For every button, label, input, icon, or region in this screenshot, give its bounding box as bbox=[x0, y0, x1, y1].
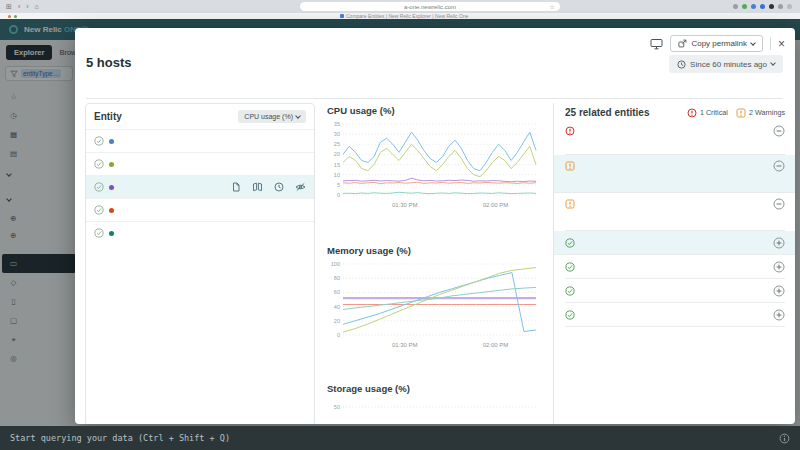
url-bar[interactable]: a-one.newrelic.com ☆ bbox=[300, 2, 560, 11]
related-entities-panel: 25 related entities 1 Critical 2 Warning… bbox=[553, 103, 795, 424]
close-icon[interactable]: × bbox=[778, 39, 785, 49]
check-circle-icon bbox=[94, 182, 104, 192]
series-color-dot bbox=[109, 139, 114, 144]
hosts-detail-modal: Copy permalink × 5 hosts Since 60 minute… bbox=[75, 28, 795, 424]
metric-cell bbox=[565, 214, 647, 215]
entity-row[interactable] bbox=[86, 175, 314, 198]
cpu-usage-chart: CPU usage (%) 0510152025303501:30 PM02:0… bbox=[327, 103, 539, 217]
svg-text:01:30 PM: 01:30 PM bbox=[392, 342, 418, 348]
entity-row[interactable] bbox=[86, 198, 314, 221]
entity-list-panel: Entity CPU usage (%) bbox=[85, 103, 315, 424]
related-entity-row[interactable] bbox=[554, 231, 795, 255]
svg-text:15: 15 bbox=[334, 162, 340, 168]
check-circle-icon bbox=[565, 310, 575, 320]
screen: ⊞ ‹ › ⌂ a-one.newrelic.com ☆ Compare Ent… bbox=[0, 0, 800, 450]
add-relationship-button[interactable] bbox=[773, 309, 785, 321]
svg-text:40: 40 bbox=[334, 304, 340, 310]
hide-entity-icon[interactable] bbox=[295, 182, 306, 192]
check-circle-icon bbox=[94, 228, 104, 238]
metric-cell bbox=[565, 141, 647, 142]
tab-overview-icon[interactable]: ⊞ bbox=[6, 3, 12, 11]
remove-relationship-button[interactable] bbox=[773, 198, 785, 210]
modal-title: 5 hosts bbox=[86, 55, 132, 70]
chart-title: Storage usage (%) bbox=[327, 383, 539, 394]
critical-icon bbox=[565, 126, 575, 136]
extension-icon[interactable] bbox=[751, 4, 756, 9]
extension-icon[interactable] bbox=[787, 4, 792, 9]
svg-text:50: 50 bbox=[334, 404, 340, 410]
present-view-icon[interactable] bbox=[650, 38, 663, 50]
chart-series-line bbox=[343, 192, 536, 193]
extension-icon[interactable] bbox=[733, 4, 738, 9]
home-icon[interactable]: ⌂ bbox=[35, 3, 39, 10]
modal-tabs bbox=[86, 82, 783, 99]
related-entity-row[interactable] bbox=[565, 303, 785, 327]
bookmark-dot[interactable] bbox=[14, 15, 17, 18]
related-entity-card[interactable] bbox=[565, 193, 785, 231]
add-relationship-button[interactable] bbox=[773, 285, 785, 297]
chart-title: CPU usage (%) bbox=[327, 105, 539, 116]
related-entity-row[interactable] bbox=[565, 255, 785, 279]
extension-icon[interactable] bbox=[742, 4, 747, 9]
compare-icon[interactable] bbox=[252, 182, 263, 192]
browser-chrome: ⊞ ‹ › ⌂ a-one.newrelic.com ☆ bbox=[0, 0, 800, 13]
remove-relationship-button[interactable] bbox=[773, 125, 785, 137]
critical-icon bbox=[687, 108, 697, 118]
copy-permalink-button[interactable]: Copy permalink bbox=[670, 35, 763, 52]
extension-icon[interactable] bbox=[769, 4, 774, 9]
permalink-icon bbox=[678, 39, 687, 48]
svg-text:01:30 PM: 01:30 PM bbox=[392, 202, 418, 208]
svg-text:60: 60 bbox=[334, 289, 340, 295]
charts-column: CPU usage (%) 0510152025303501:30 PM02:0… bbox=[327, 103, 549, 424]
metric-cell bbox=[647, 176, 767, 177]
chart-series-line bbox=[343, 144, 536, 176]
remove-relationship-button[interactable] bbox=[773, 160, 785, 172]
svg-text:20: 20 bbox=[334, 151, 340, 157]
related-entities-title: 25 related entities bbox=[565, 107, 679, 118]
recent-activity-icon[interactable] bbox=[274, 182, 284, 192]
critical-badge[interactable]: 1 Critical bbox=[687, 108, 728, 118]
metadata-icon[interactable] bbox=[231, 182, 241, 192]
svg-text:30: 30 bbox=[334, 131, 340, 137]
nrql-query-bar[interactable]: Start querying your data (Ctrl + Shift +… bbox=[0, 426, 800, 450]
series-color-dot bbox=[109, 231, 114, 236]
svg-text:5: 5 bbox=[337, 182, 340, 188]
svg-text:25: 25 bbox=[334, 141, 340, 147]
chevron-down-icon bbox=[770, 60, 776, 66]
svg-text:100: 100 bbox=[331, 261, 340, 267]
info-icon[interactable] bbox=[779, 433, 790, 444]
bookmark-dot[interactable] bbox=[8, 15, 11, 18]
svg-text:35: 35 bbox=[334, 121, 340, 127]
related-entity-card[interactable] bbox=[565, 120, 785, 155]
entity-row[interactable] bbox=[86, 152, 314, 175]
warning-icon bbox=[736, 108, 746, 118]
entity-row[interactable] bbox=[86, 221, 314, 244]
chart-title: Memory usage (%) bbox=[327, 245, 539, 256]
metric-cell bbox=[647, 214, 767, 215]
chevron-down-icon bbox=[750, 40, 756, 46]
extension-icon[interactable] bbox=[778, 4, 783, 9]
warnings-badge[interactable]: 2 Warnings bbox=[736, 108, 785, 118]
entity-column-header: Entity bbox=[94, 111, 122, 122]
series-color-dot bbox=[109, 185, 114, 190]
bookmark-star-icon[interactable]: ☆ bbox=[550, 3, 555, 10]
entity-row[interactable] bbox=[86, 129, 314, 152]
chart-series-line bbox=[343, 268, 536, 333]
chart-series-line bbox=[343, 182, 536, 183]
extension-icon[interactable] bbox=[760, 4, 765, 9]
time-range-picker[interactable]: Since 60 minutes ago bbox=[669, 55, 783, 73]
back-icon[interactable]: ‹ bbox=[18, 3, 20, 10]
query-bar-placeholder: Start querying your data (Ctrl + Shift +… bbox=[10, 433, 779, 443]
metric-cell bbox=[729, 141, 781, 142]
metric-cell bbox=[647, 141, 729, 142]
svg-text:02:00 PM: 02:00 PM bbox=[483, 202, 509, 208]
related-entity-row[interactable] bbox=[565, 279, 785, 303]
metric-selector-dropdown[interactable]: CPU usage (%) bbox=[238, 110, 306, 123]
check-circle-icon bbox=[565, 238, 575, 248]
add-relationship-button[interactable] bbox=[773, 261, 785, 273]
svg-text:02:00 PM: 02:00 PM bbox=[483, 342, 509, 348]
add-relationship-button[interactable] bbox=[773, 237, 785, 249]
forward-icon[interactable]: › bbox=[26, 3, 28, 10]
check-circle-icon bbox=[94, 159, 104, 169]
related-entity-card[interactable] bbox=[554, 155, 795, 193]
